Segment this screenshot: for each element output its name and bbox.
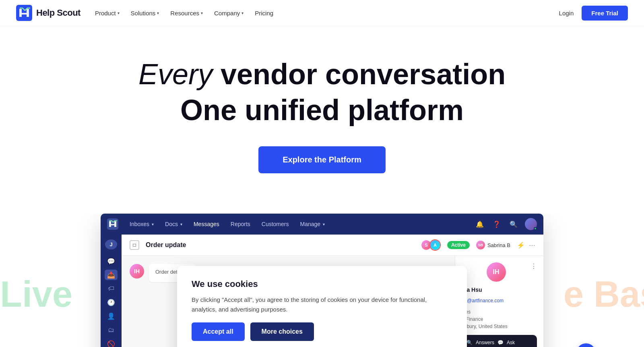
panel-email[interactable]: na@artfinance.com bbox=[462, 298, 537, 303]
conversation-header: □ Order update S A Active SB Sabrina B bbox=[122, 235, 543, 256]
assignee-avatar: SB bbox=[476, 241, 485, 249]
app-logo-icon bbox=[107, 218, 118, 230]
user-avatar[interactable] bbox=[525, 218, 537, 230]
app-nav-inboxes[interactable]: Inboxes ▾ bbox=[125, 218, 159, 230]
free-trial-button[interactable]: Free Trial bbox=[582, 6, 628, 21]
conversation-avatars: S A bbox=[421, 239, 441, 251]
side-label-right: e Base bbox=[564, 274, 644, 315]
nav-item-resources[interactable]: Resources ▾ bbox=[170, 10, 203, 17]
chat-bubble-button[interactable]: 💬 bbox=[576, 343, 596, 347]
chat-widget-header: 🔍 Answers 💬 Ask bbox=[466, 340, 532, 345]
app-sidebar: J 💬 📥 🏷 🕐 👤 🗂 🚫 ⋯ bbox=[101, 235, 122, 347]
panel-detail: ales rt Finance uxbury, United States bbox=[462, 308, 537, 330]
sidebar-icon-clock[interactable]: 🕐 bbox=[105, 297, 118, 308]
conversation-title: Order update bbox=[146, 241, 414, 249]
notification-icon[interactable]: 🔔 bbox=[474, 218, 485, 230]
answers-icon: 🔍 bbox=[466, 340, 473, 345]
cookie-title: We use cookies bbox=[192, 279, 452, 289]
nav-item-company[interactable]: Company ▾ bbox=[214, 10, 244, 17]
nav-item-pricing[interactable]: Pricing bbox=[255, 10, 273, 17]
navbar: Help Scout Product ▾ Solutions ▾ Resourc… bbox=[0, 0, 644, 26]
app-topbar-icons: 🔔 ❓ 🔍 bbox=[474, 218, 537, 230]
help-icon[interactable]: ❓ bbox=[491, 218, 502, 230]
sidebar-icon-chat[interactable]: 💬 bbox=[105, 256, 118, 266]
logo-text: Help Scout bbox=[36, 8, 80, 18]
hero-section: Every vendor conversation One unified pl… bbox=[0, 26, 644, 197]
nav-item-product[interactable]: Product ▾ bbox=[95, 10, 120, 17]
checkbox-icon[interactable]: □ bbox=[130, 240, 139, 250]
cookie-body: By clicking "Accept all", you agree to t… bbox=[192, 295, 452, 314]
app-nav-customers[interactable]: Customers bbox=[257, 218, 294, 230]
app-nav-docs[interactable]: Docs ▾ bbox=[160, 218, 187, 230]
assignee-name: Sabrina B bbox=[487, 242, 510, 248]
app-nav-manage[interactable]: Manage ▾ bbox=[295, 218, 330, 230]
more-options-icon[interactable]: ⋯ bbox=[529, 241, 535, 249]
search-icon[interactable]: 🔍 bbox=[508, 218, 519, 230]
nav-links: Product ▾ Solutions ▾ Resources ▾ Compan… bbox=[95, 10, 273, 17]
navbar-left: Help Scout Product ▾ Solutions ▾ Resourc… bbox=[16, 5, 273, 21]
message-avatar: IH bbox=[130, 264, 144, 278]
sidebar-icon-inbox[interactable]: 📥 bbox=[105, 270, 118, 280]
app-topbar: Inboxes ▾ Docs ▾ Messages Reports Custom… bbox=[101, 214, 543, 235]
more-choices-button[interactable]: More choices bbox=[250, 322, 314, 341]
sidebar-icon-archive[interactable]: 🗂 bbox=[105, 325, 118, 335]
conv-avatar-2: A bbox=[429, 239, 441, 251]
login-link[interactable]: Login bbox=[559, 10, 574, 17]
conversation-actions: ⚡ ⋯ bbox=[517, 241, 535, 249]
helpscout-logo-icon bbox=[16, 5, 32, 21]
ask-icon: 💬 bbox=[497, 340, 504, 345]
assignee-info: SB Sabrina B bbox=[476, 241, 510, 249]
panel-header: IH ⋮ bbox=[462, 262, 537, 282]
sidebar-user-avatar[interactable]: J bbox=[105, 239, 117, 249]
panel-more-icon[interactable]: ⋮ bbox=[530, 262, 537, 270]
cookie-banner: We use cookies By clicking "Accept all",… bbox=[177, 266, 467, 347]
side-label-left: Live C bbox=[0, 274, 80, 315]
sidebar-icon-person[interactable]: 👤 bbox=[105, 311, 118, 322]
accept-all-button[interactable]: Accept all bbox=[192, 322, 245, 341]
panel-avatar: IH bbox=[487, 262, 506, 282]
panel-name: ina Hsu bbox=[462, 287, 537, 293]
explore-platform-button[interactable]: Explore the Platform bbox=[258, 146, 386, 173]
logo-link[interactable]: Help Scout bbox=[16, 5, 80, 21]
app-nav-reports[interactable]: Reports bbox=[226, 218, 255, 230]
app-nav: Inboxes ▾ Docs ▾ Messages Reports Custom… bbox=[125, 218, 468, 230]
active-badge: Active bbox=[447, 241, 470, 249]
navbar-right: Login Free Trial bbox=[559, 6, 628, 21]
chat-widget: 🔍 Answers 💬 Ask bbox=[462, 335, 537, 347]
app-nav-messages[interactable]: Messages bbox=[189, 218, 224, 230]
hero-title-line1: Every vendor conversation bbox=[16, 58, 628, 90]
sidebar-icon-block[interactable]: 🚫 bbox=[105, 339, 118, 347]
nav-item-solutions[interactable]: Solutions ▾ bbox=[131, 10, 159, 17]
app-preview-wrapper: Live C e Base Inboxes ▾ Docs ▾ Messages … bbox=[0, 214, 644, 347]
sidebar-icon-tag[interactable]: 🏷 bbox=[105, 283, 118, 294]
right-panel: IH ⋮ ina Hsu na@artfinance.com ales rt F… bbox=[455, 256, 543, 347]
lightning-icon[interactable]: ⚡ bbox=[517, 241, 525, 249]
hero-title-line2: One unified platform bbox=[16, 94, 628, 126]
cookie-actions: Accept all More choices bbox=[192, 322, 452, 341]
